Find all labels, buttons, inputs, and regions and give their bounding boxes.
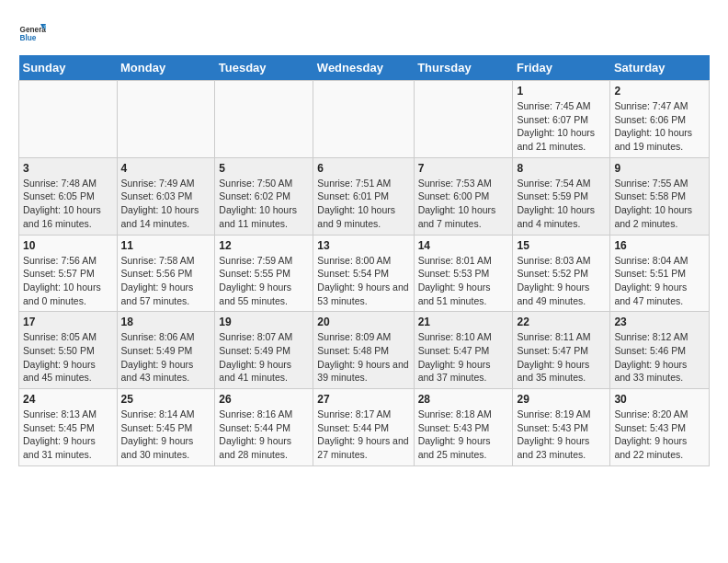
day-info: Sunrise: 7:51 AMSunset: 6:01 PMDaylight:… <box>317 177 409 231</box>
day-number: 14 <box>418 239 509 252</box>
day-info: Sunrise: 8:13 AMSunset: 5:45 PMDaylight:… <box>23 408 113 462</box>
calendar-cell-3-2: 11Sunrise: 7:58 AMSunset: 5:56 PMDayligh… <box>117 235 215 312</box>
day-info: Sunrise: 7:49 AMSunset: 6:03 PMDaylight:… <box>121 177 211 231</box>
day-info: Sunrise: 7:54 AMSunset: 5:59 PMDaylight:… <box>517 177 606 231</box>
day-number: 21 <box>418 316 509 328</box>
calendar-cell-5-6: 29Sunrise: 8:19 AMSunset: 5:43 PMDayligh… <box>513 389 610 466</box>
day-number: 29 <box>517 393 606 406</box>
day-number: 1 <box>517 85 606 98</box>
day-number: 17 <box>23 316 113 328</box>
day-info: Sunrise: 8:03 AMSunset: 5:52 PMDaylight:… <box>517 254 606 308</box>
day-number: 23 <box>614 316 705 328</box>
calendar-cell-2-6: 8Sunrise: 7:54 AMSunset: 5:59 PMDaylight… <box>513 157 610 235</box>
day-info: Sunrise: 8:09 AMSunset: 5:48 PMDaylight:… <box>317 330 409 385</box>
calendar-cell-4-1: 17Sunrise: 8:05 AMSunset: 5:50 PMDayligh… <box>19 312 118 389</box>
calendar-cell-1-4 <box>313 81 414 158</box>
day-number: 16 <box>614 239 705 252</box>
weekday-header-thursday: Thursday <box>414 55 513 81</box>
day-number: 10 <box>23 239 113 252</box>
svg-text:Blue: Blue <box>20 34 37 42</box>
day-number: 18 <box>121 316 211 328</box>
day-number: 9 <box>614 162 705 175</box>
day-info: Sunrise: 8:19 AMSunset: 5:43 PMDaylight:… <box>517 408 606 462</box>
weekday-header-monday: Monday <box>117 55 215 81</box>
day-info: Sunrise: 8:01 AMSunset: 5:53 PMDaylight:… <box>418 254 509 308</box>
day-info: Sunrise: 8:06 AMSunset: 5:49 PMDaylight:… <box>121 330 211 385</box>
day-info: Sunrise: 8:14 AMSunset: 5:45 PMDaylight:… <box>121 408 211 462</box>
calendar-cell-4-5: 21Sunrise: 8:10 AMSunset: 5:47 PMDayligh… <box>414 312 513 389</box>
calendar-cell-4-3: 19Sunrise: 8:07 AMSunset: 5:49 PMDayligh… <box>215 312 313 389</box>
calendar-cell-2-7: 9Sunrise: 7:55 AMSunset: 5:58 PMDaylight… <box>610 157 710 235</box>
day-info: Sunrise: 8:07 AMSunset: 5:49 PMDaylight:… <box>219 330 309 385</box>
logo-icon: General Blue <box>18 18 46 46</box>
calendar-cell-3-5: 14Sunrise: 8:01 AMSunset: 5:53 PMDayligh… <box>414 235 513 312</box>
calendar-cell-1-1 <box>19 81 118 158</box>
logo: General Blue <box>18 18 50 46</box>
calendar-cell-2-5: 7Sunrise: 7:53 AMSunset: 6:00 PMDaylight… <box>414 157 513 235</box>
day-number: 19 <box>219 316 309 328</box>
weekday-header-friday: Friday <box>513 55 610 81</box>
day-info: Sunrise: 8:20 AMSunset: 5:43 PMDaylight:… <box>614 408 705 462</box>
calendar-cell-2-3: 5Sunrise: 7:50 AMSunset: 6:02 PMDaylight… <box>215 157 313 235</box>
calendar-cell-3-7: 16Sunrise: 8:04 AMSunset: 5:51 PMDayligh… <box>610 235 710 312</box>
calendar-cell-1-2 <box>117 81 215 158</box>
day-number: 13 <box>317 239 409 252</box>
day-number: 30 <box>614 393 705 406</box>
day-info: Sunrise: 7:55 AMSunset: 5:58 PMDaylight:… <box>614 177 705 231</box>
day-number: 3 <box>23 162 113 175</box>
calendar-cell-1-3 <box>215 81 313 158</box>
day-info: Sunrise: 8:12 AMSunset: 5:46 PMDaylight:… <box>614 330 705 385</box>
header: General Blue <box>18 18 710 46</box>
day-number: 7 <box>418 162 509 175</box>
day-info: Sunrise: 7:59 AMSunset: 5:55 PMDaylight:… <box>219 254 309 308</box>
calendar-cell-3-6: 15Sunrise: 8:03 AMSunset: 5:52 PMDayligh… <box>513 235 610 312</box>
day-info: Sunrise: 8:17 AMSunset: 5:44 PMDaylight:… <box>317 408 409 462</box>
day-number: 4 <box>121 162 211 175</box>
calendar-cell-2-1: 3Sunrise: 7:48 AMSunset: 6:05 PMDaylight… <box>19 157 118 235</box>
day-info: Sunrise: 8:05 AMSunset: 5:50 PMDaylight:… <box>23 330 113 385</box>
calendar-cell-2-2: 4Sunrise: 7:49 AMSunset: 6:03 PMDaylight… <box>117 157 215 235</box>
day-number: 2 <box>614 85 705 98</box>
day-number: 25 <box>121 393 211 406</box>
calendar-cell-1-7: 2Sunrise: 7:47 AMSunset: 6:06 PMDaylight… <box>610 81 710 158</box>
calendar-cell-1-5 <box>414 81 513 158</box>
day-info: Sunrise: 7:56 AMSunset: 5:57 PMDaylight:… <box>23 254 113 308</box>
calendar-cell-5-2: 25Sunrise: 8:14 AMSunset: 5:45 PMDayligh… <box>117 389 215 466</box>
day-info: Sunrise: 8:00 AMSunset: 5:54 PMDaylight:… <box>317 254 409 308</box>
day-number: 20 <box>317 316 409 328</box>
calendar-cell-4-7: 23Sunrise: 8:12 AMSunset: 5:46 PMDayligh… <box>610 312 710 389</box>
calendar-cell-3-1: 10Sunrise: 7:56 AMSunset: 5:57 PMDayligh… <box>19 235 118 312</box>
weekday-header-sunday: Sunday <box>19 55 118 81</box>
day-info: Sunrise: 7:48 AMSunset: 6:05 PMDaylight:… <box>23 177 113 231</box>
calendar-cell-5-7: 30Sunrise: 8:20 AMSunset: 5:43 PMDayligh… <box>610 389 710 466</box>
day-number: 11 <box>121 239 211 252</box>
day-info: Sunrise: 7:45 AMSunset: 6:07 PMDaylight:… <box>517 99 606 154</box>
day-info: Sunrise: 8:18 AMSunset: 5:43 PMDaylight:… <box>418 408 509 462</box>
day-number: 15 <box>517 239 606 252</box>
day-info: Sunrise: 7:47 AMSunset: 6:06 PMDaylight:… <box>614 99 705 154</box>
calendar-cell-5-4: 27Sunrise: 8:17 AMSunset: 5:44 PMDayligh… <box>313 389 414 466</box>
calendar-cell-4-2: 18Sunrise: 8:06 AMSunset: 5:49 PMDayligh… <box>117 312 215 389</box>
weekday-header-tuesday: Tuesday <box>215 55 313 81</box>
calendar-cell-5-5: 28Sunrise: 8:18 AMSunset: 5:43 PMDayligh… <box>414 389 513 466</box>
weekday-header-wednesday: Wednesday <box>313 55 414 81</box>
calendar-cell-4-4: 20Sunrise: 8:09 AMSunset: 5:48 PMDayligh… <box>313 312 414 389</box>
day-number: 5 <box>219 162 309 175</box>
calendar-cell-4-6: 22Sunrise: 8:11 AMSunset: 5:47 PMDayligh… <box>513 312 610 389</box>
day-info: Sunrise: 7:50 AMSunset: 6:02 PMDaylight:… <box>219 177 309 231</box>
day-number: 24 <box>23 393 113 406</box>
day-number: 27 <box>317 393 409 406</box>
day-number: 28 <box>418 393 509 406</box>
day-number: 8 <box>517 162 606 175</box>
day-number: 12 <box>219 239 309 252</box>
calendar-table: SundayMondayTuesdayWednesdayThursdayFrid… <box>18 55 710 466</box>
day-info: Sunrise: 8:10 AMSunset: 5:47 PMDaylight:… <box>418 330 509 385</box>
weekday-header-saturday: Saturday <box>610 55 710 81</box>
calendar-cell-3-4: 13Sunrise: 8:00 AMSunset: 5:54 PMDayligh… <box>313 235 414 312</box>
calendar-cell-5-1: 24Sunrise: 8:13 AMSunset: 5:45 PMDayligh… <box>19 389 118 466</box>
day-number: 22 <box>517 316 606 328</box>
day-number: 6 <box>317 162 409 175</box>
day-info: Sunrise: 8:11 AMSunset: 5:47 PMDaylight:… <box>517 330 606 385</box>
calendar-cell-3-3: 12Sunrise: 7:59 AMSunset: 5:55 PMDayligh… <box>215 235 313 312</box>
day-number: 26 <box>219 393 309 406</box>
